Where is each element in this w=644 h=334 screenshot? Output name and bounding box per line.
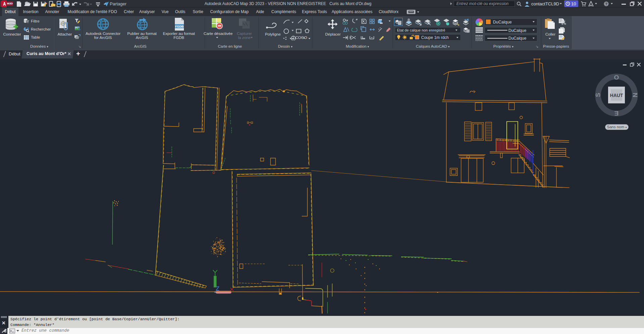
svg-text:N: N	[632, 93, 639, 97]
svg-text:E: E	[614, 110, 619, 117]
svg-text:FGDB: FGDB	[175, 25, 184, 28]
svg-text:?: ?	[605, 2, 607, 6]
svg-text:O: O	[614, 74, 619, 81]
svg-text:S: S	[594, 93, 601, 97]
svg-text:HAUT: HAUT	[610, 93, 623, 98]
